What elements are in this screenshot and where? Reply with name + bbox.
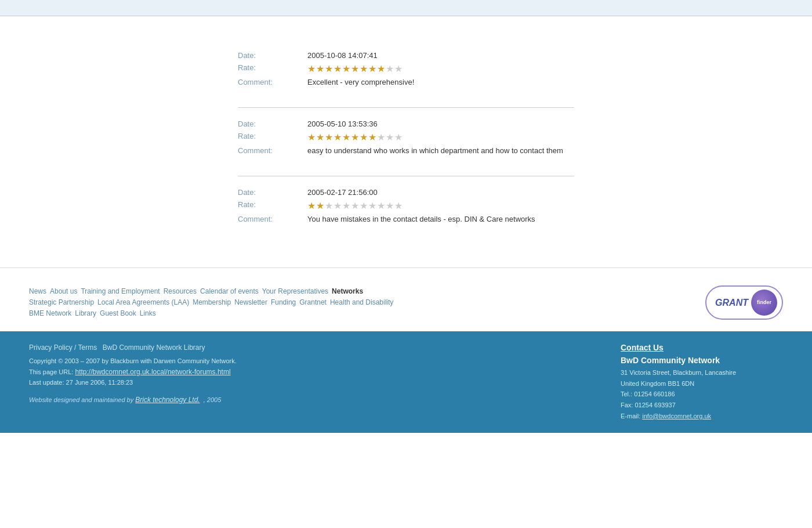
date-value-1: 2005-05-10 13:53:36: [307, 120, 378, 128]
review-block-2: Date:2005-02-17 21:56:00Rate:★★★★★★★★★★★…: [238, 176, 574, 244]
nav-link-news[interactable]: News: [29, 287, 46, 295]
review-block-1: Date:2005-05-10 13:53:36Rate:★★★★★★★★★★★…: [238, 108, 574, 176]
rate-row-2: Rate:★★★★★★★★★★★: [238, 200, 574, 211]
date-value-2: 2005-02-17 21:56:00: [307, 188, 378, 197]
footer-links-row: Privacy Policy / Terms BwD Community Net…: [29, 343, 237, 352]
nav-link-calendar-of-events[interactable]: Calendar of events: [200, 287, 259, 295]
stars-2: ★★★★★★★★★★★: [307, 200, 403, 211]
footer-left: Privacy Policy / Terms BwD Community Net…: [29, 343, 237, 406]
date-row-0: Date:2005-10-08 14:07:41: [238, 51, 574, 60]
stars-1: ★★★★★★★★★★★: [307, 132, 403, 143]
grant-finder-text: GRANT: [715, 298, 748, 308]
comment-value-2: You have mistakes in the contact details…: [307, 215, 535, 223]
date-label-0: Date:: [238, 51, 307, 60]
date-label-1: Date:: [238, 120, 307, 128]
nav-link-training-and-employment[interactable]: Training and Employment: [81, 287, 160, 295]
footer-link-privacy-policy-/-terms[interactable]: Privacy Policy / Terms: [29, 343, 97, 352]
nav-link-links[interactable]: Links: [140, 309, 156, 317]
comment-value-0: Excellent - very comprehensive!: [307, 78, 414, 86]
footer-copyright: Copyright © 2003 – 2007 by Blackburn wit…: [29, 356, 237, 388]
navigation-bar: NewsAbout usTraining and EmploymentResou…: [0, 267, 812, 331]
rate-row-1: Rate:★★★★★★★★★★★: [238, 132, 574, 143]
main-content: Date:2005-10-08 14:07:41Rate:★★★★★★★★★★★…: [0, 16, 812, 267]
footer-designer: Website designed and maintained by Brick…: [29, 395, 237, 406]
nav-link-library[interactable]: Library: [75, 309, 96, 317]
footer: Privacy Policy / Terms BwD Community Net…: [0, 331, 812, 433]
nav-link-networks[interactable]: Networks: [332, 287, 363, 295]
comment-label-1: Comment:: [238, 146, 307, 155]
nav-link-about-us[interactable]: About us: [50, 287, 77, 295]
date-row-1: Date:2005-05-10 13:53:36: [238, 120, 574, 128]
nav-link-guest-book[interactable]: Guest Book: [100, 309, 136, 317]
nav-link-funding[interactable]: Funding: [271, 298, 296, 306]
nav-link-strategic-partnership[interactable]: Strategic Partnership: [29, 298, 94, 306]
nav-link-resources[interactable]: Resources: [164, 287, 197, 295]
rate-label-2: Rate:: [238, 200, 307, 209]
rate-row-0: Rate:★★★★★★★★★★★: [238, 63, 574, 74]
comment-label-2: Comment:: [238, 215, 307, 223]
rate-label-1: Rate:: [238, 132, 307, 140]
page-url-link[interactable]: http://bwdcomnet.org.uk.local/network-fo…: [75, 368, 231, 376]
nav-link-health-and-disability[interactable]: Health and Disability: [330, 298, 393, 306]
rate-label-0: Rate:: [238, 63, 307, 72]
org-info: 31 Victoria Street, Blackburn, Lancashir…: [621, 367, 783, 421]
nav-link-local-area-agreements-(laa)[interactable]: Local Area Agreements (LAA): [97, 298, 189, 306]
comment-value-1: easy to understand who works in which de…: [307, 146, 563, 155]
date-label-2: Date:: [238, 188, 307, 197]
nav-link-newsletter[interactable]: Newsletter: [234, 298, 267, 306]
nav-link-your-representatives[interactable]: Your Representatives: [262, 287, 328, 295]
comment-label-0: Comment:: [238, 78, 307, 86]
stars-0: ★★★★★★★★★★★: [307, 63, 403, 74]
nav-link-grantnet[interactable]: Grantnet: [299, 298, 327, 306]
designer-link[interactable]: Brick technology Ltd.: [135, 396, 200, 404]
comment-row-2: Comment:You have mistakes in the contact…: [238, 215, 574, 223]
comment-row-1: Comment:easy to understand who works in …: [238, 146, 574, 155]
comment-row-0: Comment:Excellent - very comprehensive!: [238, 78, 574, 86]
nav-link-bme-network[interactable]: BME Network: [29, 309, 71, 317]
grant-finder-circle: finder: [751, 290, 777, 316]
footer-right: Contact Us BwD Community Network 31 Vict…: [621, 343, 783, 421]
date-row-2: Date:2005-02-17 21:56:00: [238, 188, 574, 197]
grant-finder-logo[interactable]: GRANT finder: [705, 285, 783, 320]
review-block-0: Date:2005-10-08 14:07:41Rate:★★★★★★★★★★★…: [238, 39, 574, 108]
nav-link-membership[interactable]: Membership: [193, 298, 231, 306]
email-link[interactable]: info@bwdcomnet.org.uk: [642, 413, 711, 419]
footer-link-bwd-community-network-library[interactable]: BwD Community Network Library: [103, 343, 205, 352]
org-name: BwD Community Network: [621, 356, 783, 365]
top-bar: [0, 0, 812, 16]
date-value-0: 2005-10-08 14:07:41: [307, 51, 378, 60]
contact-us-link[interactable]: Contact Us: [621, 343, 783, 352]
reviews-container: Date:2005-10-08 14:07:41Rate:★★★★★★★★★★★…: [0, 28, 812, 256]
